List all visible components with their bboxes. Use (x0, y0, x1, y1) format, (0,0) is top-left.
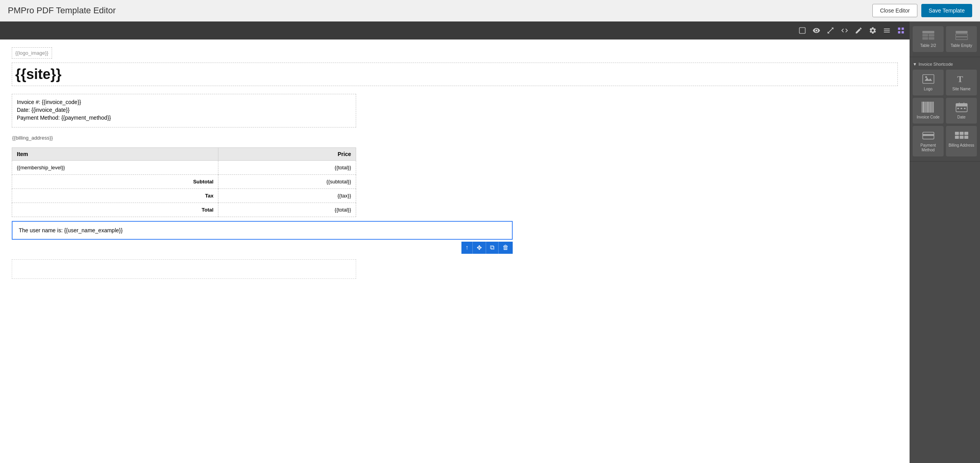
subtotal-label-cell: Subtotal (12, 175, 218, 189)
table-22-label: Table 2/2 (920, 43, 936, 48)
move-button[interactable]: ✥ (473, 242, 486, 254)
site-name-icon: T (955, 74, 968, 84)
barcode-icon (922, 102, 935, 113)
move-up-button[interactable]: ↑ (461, 242, 473, 254)
app-title: PMPro PDF Template Editor (8, 5, 116, 16)
sidebar-item-invoice-code[interactable]: Invoice Code (913, 98, 944, 124)
logo-icon (922, 74, 935, 84)
sidebar-item-table-empty[interactable]: Table Empty (946, 26, 977, 52)
delete-button[interactable]: 🗑 (499, 242, 513, 254)
empty-block (12, 259, 356, 279)
site-name-label: Site Name (952, 87, 971, 92)
payment-method-line: Payment Method: {{payment_method}} (17, 115, 351, 121)
subtotal-value-cell[interactable]: {{subtotal}} (218, 175, 356, 189)
sidebar-invoice-section: ▼ Invoice Shortcode Logo T (910, 57, 980, 162)
sidebar-item-logo[interactable]: Logo (913, 70, 944, 95)
invoice-code-label: Invoice Code (917, 115, 939, 120)
duplicate-button[interactable]: ⧉ (486, 242, 499, 254)
sidebar-item-table-22[interactable]: Table 2/2 (913, 26, 944, 52)
sidebar: Table 2/2 Table Empty ▼ Invoice Shortcod… (910, 22, 980, 463)
col-item-header: Item (12, 148, 218, 161)
sidebar-item-site-name[interactable]: T Site Name (946, 70, 977, 95)
svg-rect-2 (922, 34, 928, 36)
date-line: Date: {{invoice_date}} (17, 107, 351, 113)
invoice-number-value: {{invoice_code}} (42, 99, 81, 105)
svg-rect-13 (956, 104, 967, 107)
billing-grid-icon (955, 130, 968, 141)
site-name-block[interactable]: {{site}} (12, 63, 898, 86)
date-value: {{invoice_date}} (31, 107, 69, 113)
billing-address-block[interactable]: {{billing_address}} (12, 132, 898, 144)
table-row: Subtotal {{subtotal}} (12, 175, 356, 189)
total-value-cell[interactable]: {{total}} (218, 203, 356, 217)
invoice-meta: Invoice #: {{invoice_code}} Date: {{invo… (12, 94, 356, 127)
table-empty-label: Table Empty (951, 43, 972, 48)
payment-method-icon (922, 130, 935, 141)
total-cell-1[interactable]: {{total}} (218, 161, 356, 175)
svg-rect-20 (922, 134, 934, 136)
header-buttons: Close Editor Save Template (872, 4, 972, 17)
user-name-wrapper: The user name is: {{user_name_example}} … (12, 218, 513, 240)
tax-label-cell: Tax (12, 189, 218, 203)
svg-rect-4 (922, 37, 928, 39)
canvas-area: {{logo_image}} {{site}} Invoice #: {{inv… (0, 22, 910, 463)
expand-icon[interactable] (827, 27, 834, 34)
date-label: Date (957, 115, 966, 120)
sidebar-item-payment-method[interactable]: Payment Method (913, 126, 944, 156)
svg-rect-1 (922, 31, 934, 33)
svg-rect-9 (922, 75, 934, 83)
svg-rect-16 (957, 108, 959, 109)
invoice-number-line: Invoice #: {{invoice_code}} (17, 99, 351, 105)
svg-rect-3 (928, 34, 934, 36)
invoice-table: Item Price {{membership_level}} {{total}… (12, 147, 356, 217)
billing-address-label: Billing Address (949, 143, 975, 148)
sidebar-item-date[interactable]: Date (946, 98, 977, 124)
svg-rect-7 (955, 34, 967, 36)
menu-icon[interactable] (883, 27, 891, 34)
table-row: Tax {{tax}} (12, 189, 356, 203)
logo-placeholder[interactable]: {{logo_image}} (12, 47, 52, 59)
svg-text:T: T (957, 74, 963, 84)
gear-icon[interactable] (869, 27, 877, 34)
svg-rect-5 (928, 37, 934, 39)
svg-rect-0 (800, 28, 805, 34)
square-outline-icon[interactable] (798, 27, 806, 34)
svg-rect-6 (955, 31, 967, 33)
block-actions: ↑ ✥ ⧉ 🗑 (461, 242, 513, 254)
payment-method-value: {{payment_method}} (61, 115, 111, 121)
table-row: {{membership_level}} {{total}} (12, 161, 356, 175)
canvas-content: {{logo_image}} {{site}} Invoice #: {{inv… (0, 39, 910, 287)
date-icon (955, 102, 968, 113)
canvas-toolbar (0, 22, 910, 39)
payment-method-label: Payment Method: (17, 115, 60, 121)
invoice-number-label: Invoice #: (17, 99, 40, 105)
total-label-cell: Total (12, 203, 218, 217)
membership-level-cell[interactable]: {{membership_level}} (12, 161, 218, 175)
sidebar-invoice-grid: Logo T Site Name (913, 70, 977, 156)
payment-method-label: Payment Method (915, 143, 941, 153)
sidebar-tables-grid: Table 2/2 Table Empty (913, 26, 977, 52)
code-icon[interactable] (841, 27, 848, 34)
date-label: Date: (17, 107, 30, 113)
save-template-button[interactable]: Save Template (921, 4, 972, 17)
user-name-block[interactable]: The user name is: {{user_name_example}} (12, 221, 513, 240)
svg-point-10 (925, 76, 927, 78)
svg-rect-8 (955, 37, 967, 39)
pen-icon[interactable] (855, 27, 863, 34)
sidebar-section-title: ▼ Invoice Shortcode (913, 62, 977, 66)
table-row: Total {{total}} (12, 203, 356, 217)
sidebar-tables-section: Table 2/2 Table Empty (910, 22, 980, 57)
app-header: PMPro PDF Template Editor Close Editor S… (0, 0, 980, 22)
tax-value-cell[interactable]: {{tax}} (218, 189, 356, 203)
table-empty-icon (955, 30, 968, 41)
eye-icon[interactable] (812, 27, 820, 34)
svg-rect-18 (964, 108, 965, 109)
logo-label: Logo (924, 87, 932, 92)
grid-icon[interactable] (897, 27, 905, 34)
col-price-header: Price (218, 148, 356, 161)
editor-layout: {{logo_image}} {{site}} Invoice #: {{inv… (0, 22, 980, 463)
sidebar-item-billing-address[interactable]: Billing Address (946, 126, 977, 156)
close-editor-button[interactable]: Close Editor (872, 4, 917, 17)
svg-rect-17 (960, 108, 962, 109)
table-22-icon (922, 30, 935, 41)
